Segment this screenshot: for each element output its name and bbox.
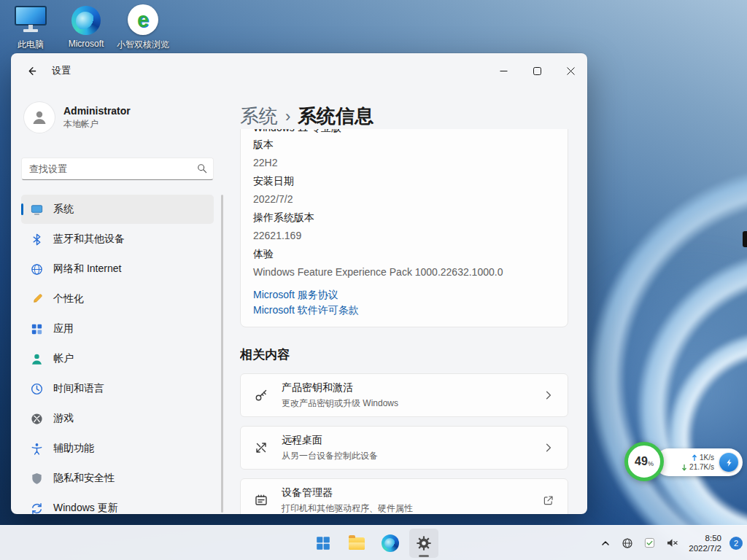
sidebar-item-apps[interactable]: 应用 [21,314,214,343]
sidebar-item-accessibility[interactable]: 辅助功能 [21,434,214,463]
start-button[interactable] [309,529,338,558]
window-controls [487,53,587,88]
about-row-value: 22621.169 [253,227,555,245]
display-icon [30,203,44,217]
page-title: 系统信息 [298,104,374,129]
chevron-right-icon [543,389,554,401]
desktop-icon-label: Microsoft [69,39,104,49]
sidebar-item-personalization[interactable]: 个性化 [21,284,214,314]
tray-overflow-button[interactable] [598,536,613,551]
screen-edge-handle[interactable] [743,231,747,247]
accelerator-widget: 1K/s 21.7K/s 49 % [624,442,744,484]
file-explorer-button[interactable] [342,529,371,558]
desktop-icon-xiaozhi-browser[interactable]: 小智双核浏览 [114,4,172,51]
sidebar-item-system[interactable]: 系统 [21,195,214,224]
sidebar-nav: 系统 蓝牙和其他设备 网络和 Internet [21,195,214,514]
usage-percent: 49 [635,455,648,468]
sidebar-item-label: 网络和 Internet [53,262,121,276]
sidebar-item-bluetooth[interactable]: 蓝牙和其他设备 [21,225,214,254]
related-subtitle: 从另一台设备控制此设备 [282,450,378,462]
edge-button[interactable] [376,529,405,558]
about-row-value: 22H2 [253,154,555,172]
avatar [24,102,55,133]
about-links: Microsoft 服务协议 Microsoft 软件许可条款 [253,287,555,318]
upload-speed: 1K/s [692,454,714,462]
ms-software-license-link[interactable]: Microsoft 软件许可条款 [253,303,359,318]
sidebar-item-privacy-security[interactable]: 隐私和安全性 [21,464,214,493]
usage-percent-unit: % [648,460,654,467]
remote-desktop-card[interactable]: 远程桌面 从另一台设备控制此设备 [240,426,568,470]
search-box [21,158,214,180]
related-subtitle: 更改产品密钥或升级 Windows [282,397,398,410]
minimize-button[interactable] [487,53,520,88]
related-title: 产品密钥和激活 [282,381,398,394]
sidebar-item-time-language[interactable]: 时间和语言 [21,374,214,403]
account-info[interactable]: Administrator 本地帐户 [21,102,214,133]
checkbox-icon [644,537,655,548]
breadcrumb-root[interactable]: 系统 [240,104,278,129]
speaker-muted-icon [666,537,678,548]
boost-button[interactable] [719,453,738,472]
related-title: 设备管理器 [282,486,413,499]
sidebar-item-label: 个性化 [53,292,84,306]
search-icon [197,163,207,174]
windows-edition: Windows 11 专业版 [253,129,555,136]
sidebar-item-label: 蓝牙和其他设备 [53,233,125,246]
clock-icon [30,382,44,396]
lightning-icon [724,458,734,467]
accessibility-icon [30,442,44,456]
xiaozhi-browser-icon [128,4,158,35]
sidebar-item-gaming[interactable]: 游戏 [21,404,214,433]
product-key-activation-card[interactable]: 产品密钥和激活 更改产品密钥或升级 Windows [240,373,568,417]
desktop-icon-edge[interactable]: Microsoft [57,6,115,49]
sidebar-item-label: 帐户 [53,352,74,365]
maximize-icon [533,67,541,75]
taskbar-center [309,529,438,558]
breadcrumb-separator-icon: › [285,106,290,126]
sidebar-item-label: 游戏 [53,412,74,425]
about-row-value: 2022/7/2 [253,190,555,209]
desktop-icon-label: 此电脑 [18,39,44,51]
network-tray-button[interactable] [619,535,635,551]
close-button[interactable] [554,53,587,88]
sidebar-scrollbar[interactable] [221,195,223,513]
notification-badge[interactable]: 2 [729,537,743,550]
ms-services-agreement-link[interactable]: Microsoft 服务协议 [253,287,338,303]
settings-button[interactable] [409,529,438,558]
desktop-icon-label: 小智双核浏览 [117,39,169,51]
clock-date: 2022/7/2 [689,543,721,553]
xbox-icon [30,412,44,426]
bluetooth-icon [30,233,44,246]
volume-tray-button[interactable] [664,535,681,551]
security-tray-button[interactable] [642,535,657,551]
remote-desktop-icon [254,440,268,455]
sidebar-item-label: 系统 [53,203,74,216]
sidebar-item-windows-update[interactable]: Windows 更新 [21,494,214,514]
sidebar-item-label: 时间和语言 [53,382,104,395]
about-row-label: 版本 [253,136,555,154]
edge-icon [71,6,101,35]
settings-window: 设置 Administrator 本地帐户 [11,53,587,514]
sidebar-item-accounts[interactable]: 帐户 [21,344,214,373]
memory-usage-ball[interactable]: 49 % [624,442,664,481]
paintbrush-icon [30,292,44,306]
external-link-icon [542,494,554,507]
network-speed-pill: 1K/s 21.7K/s [655,448,743,476]
sync-icon [30,502,44,515]
globe-icon [622,537,633,549]
maximize-button[interactable] [520,53,554,88]
search-input[interactable] [21,158,214,180]
device-manager-card[interactable]: 设备管理器 打印机和其他驱动程序、硬件属性 [240,478,568,514]
main-panel: 系统 › 系统信息 Windows 11 专业版 版本 22H2 安装日期 20… [224,88,587,514]
sidebar-item-label: Windows 更新 [53,502,118,514]
breadcrumb: 系统 › 系统信息 [240,104,568,128]
network-speeds: 1K/s 21.7K/s [681,454,714,472]
this-pc-icon [15,6,47,35]
back-button[interactable] [18,60,44,82]
sidebar-item-network[interactable]: 网络和 Internet [21,254,214,284]
arrow-left-icon [26,66,37,77]
arrow-down-icon [681,464,687,471]
related-content-header: 相关内容 [240,346,568,363]
taskbar-clock[interactable]: 8:50 2022/7/2 [689,533,721,553]
desktop-icon-this-pc[interactable]: 此电脑 [1,6,60,51]
